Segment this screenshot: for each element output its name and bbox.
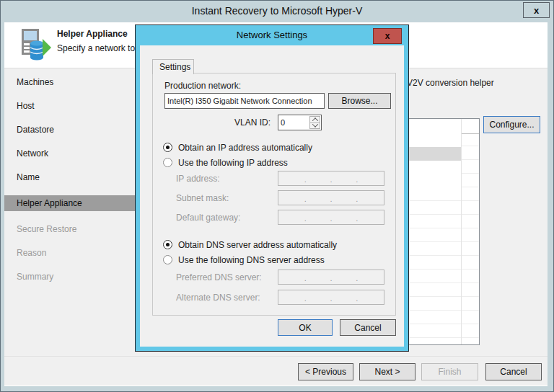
finish-button: Finish [421,363,478,380]
wizard-footer: < Previous Next > Finish Cancel [4,356,548,386]
preferred-dns-label: Preferred DNS server: [176,272,262,282]
sidebar-item-name[interactable]: Name [4,169,136,185]
vlan-id-input[interactable]: 0 [278,115,322,130]
dns-auto-label[interactable]: Obtain DNS server address automatically [178,240,337,250]
ok-button[interactable]: OK [278,319,333,336]
dialog-close-button[interactable]: x [373,28,402,44]
sidebar-item-machines[interactable]: Machines [4,74,136,90]
window-titlebar: Instant Recovery to Microsoft Hyper-V [1,1,553,22]
alternate-dns-label: Alternate DNS server: [176,293,260,303]
step-title: Helper Appliance [57,29,128,39]
sidebar-item-reason: Reason [4,245,136,261]
helper-appliance-icon [20,27,52,62]
sidebar-item-summary: Summary [4,269,136,285]
vlan-id-value: 0 [281,118,285,127]
ip-manual-radio[interactable] [163,158,172,167]
dialog-body: Settings Production network: Intel(R) I3… [140,45,404,347]
step-subtitle: Specify a network to [57,43,135,53]
network-settings-dialog: Network Settings x Settings Production n… [135,24,409,352]
dns-auto-radio[interactable] [163,240,172,249]
vlan-id-label: VLAN ID: [196,117,271,128]
sidebar-item-secure-restore: Secure Restore [4,221,136,237]
dns-manual-label[interactable]: Use the following DNS server address [178,255,325,265]
window-title: Instant Recovery to Microsoft Hyper-V [192,5,363,17]
default-gateway-label: Default gateway: [176,213,240,223]
sidebar-item-network[interactable]: Network [4,146,136,161]
next-button[interactable]: Next > [359,363,416,380]
window-close-button[interactable]: x [523,2,550,18]
browse-button[interactable]: Browse... [328,93,391,109]
vlan-id-stepper[interactable] [309,116,320,129]
configure-button[interactable]: Configure... [483,116,540,133]
subnet-mask-input: ... [278,190,384,205]
sidebar-item-datastore[interactable]: Datastore [4,122,136,138]
production-network-input[interactable]: Intel(R) I350 Gigabit Network Connection [164,93,325,109]
table-column-divider [461,119,462,344]
ip-address-input: ... [278,171,384,186]
dialog-title: Network Settings [136,25,408,45]
subnet-mask-label: Subnet mask: [176,193,229,203]
ip-auto-radio[interactable] [163,143,172,152]
preferred-dns-input: ... [278,270,384,285]
previous-button[interactable]: < Previous [298,363,353,380]
sidebar-item-helper-appliance[interactable]: Helper Appliance [4,195,136,211]
dialog-cancel-button[interactable]: Cancel [340,319,396,336]
production-network-label: Production network: [164,81,241,91]
tab-settings[interactable]: Settings [152,59,194,74]
stepper-down-icon[interactable] [309,123,320,130]
alternate-dns-input: ... [278,290,384,305]
wizard-window: Instant Recovery to Microsoft Hyper-V x [0,0,554,392]
ip-address-label: IP address: [176,174,219,184]
wizard-cancel-button[interactable]: Cancel [485,363,542,380]
sidebar-item-host[interactable]: Host [4,98,136,114]
dns-manual-radio[interactable] [163,255,172,264]
ip-manual-label[interactable]: Use the following IP address [178,158,288,168]
settings-tab-panel: Production network: Intel(R) I350 Gigabi… [152,73,396,316]
default-gateway-input: ... [278,210,384,225]
ip-auto-label[interactable]: Obtain an IP address automatically [178,143,312,153]
